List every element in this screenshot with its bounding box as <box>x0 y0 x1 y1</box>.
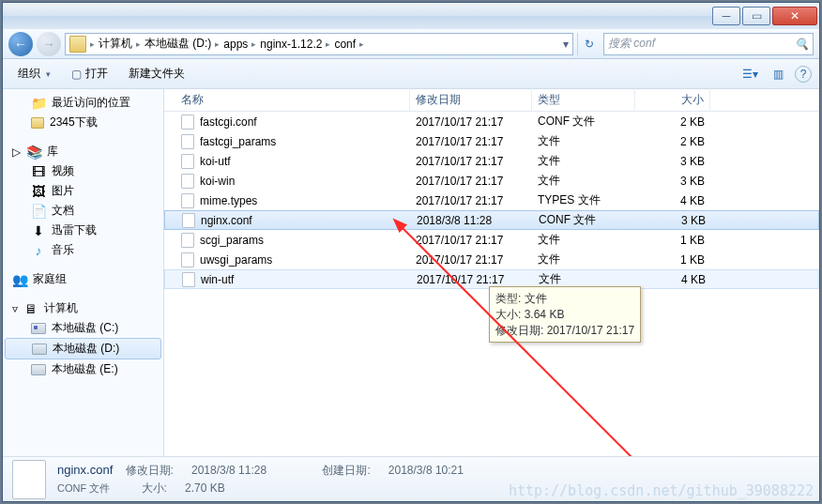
sidebar-item-pictures[interactable]: 🖼图片 <box>5 181 161 201</box>
crumb-nginx[interactable]: nginx-1.12.2▸ <box>260 38 332 51</box>
address-bar[interactable]: ▸ 计算机▸ 本地磁盘 (D:)▸ apps▸ nginx-1.12.2▸ co… <box>65 33 573 55</box>
sidebar-item-computer[interactable]: ▿🖥计算机 <box>5 298 161 318</box>
file-name: mime.types <box>200 194 257 207</box>
sidebar-item-homegroup[interactable]: 👥家庭组 <box>5 269 161 289</box>
table-row[interactable]: koi-utf2017/10/17 21:17文件3 KB <box>164 151 819 171</box>
recent-icon: 📁 <box>31 96 46 111</box>
file-name: koi-utf <box>200 155 231 168</box>
file-size: 3 KB <box>636 214 711 227</box>
sidebar: 📁最近访问的位置 2345下载 ▷📚库 🎞视频 🖼图片 📄文档 ⬇迅雷下载 ♪音… <box>3 89 164 456</box>
file-icon <box>181 233 194 248</box>
file-type: TYPES 文件 <box>532 192 635 208</box>
file-date: 2017/10/17 21:17 <box>410 194 532 207</box>
file-type: CONF 文件 <box>532 114 635 130</box>
organize-button[interactable]: 组织 <box>10 63 58 84</box>
refresh-button[interactable]: ↻ <box>577 33 600 55</box>
file-date: 2017/10/17 21:17 <box>411 273 533 286</box>
chevron-right-icon: ▸ <box>358 39 366 49</box>
status-filetype: CONF 文件 <box>57 482 110 494</box>
titlebar: ─ ▭ ✕ <box>3 3 819 29</box>
file-type: 文件 <box>532 252 635 267</box>
crumb-dropdown[interactable]: ▾ <box>563 38 569 51</box>
file-type: 文件 <box>532 153 635 169</box>
chevron-right-icon: ▸ <box>324 39 332 49</box>
chevron-right-icon: ▸ <box>88 39 97 49</box>
sidebar-item-documents[interactable]: 📄文档 <box>5 201 161 221</box>
body: 📁最近访问的位置 2345下载 ▷📚库 🎞视频 🖼图片 📄文档 ⬇迅雷下载 ♪音… <box>3 89 819 456</box>
file-name: fastcgi_params <box>200 135 276 148</box>
table-row[interactable]: scgi_params2017/10/17 21:17文件1 KB <box>164 230 819 250</box>
table-row[interactable]: fastcgi.conf2017/10/17 21:17CONF 文件2 KB <box>164 112 819 131</box>
file-icon <box>182 272 195 287</box>
explorer-window: ─ ▭ ✕ ← → ▸ 计算机▸ 本地磁盘 (D:)▸ apps▸ nginx-… <box>2 2 820 502</box>
watermark: http://blog.csdn.net/github_39088222 <box>509 482 814 499</box>
computer-icon: 🖥 <box>23 301 38 316</box>
sidebar-item-libraries[interactable]: ▷📚库 <box>5 142 161 161</box>
homegroup-icon: 👥 <box>12 272 27 287</box>
documents-icon: 📄 <box>31 204 46 219</box>
col-size[interactable]: 大小 <box>635 88 710 112</box>
back-button[interactable]: ← <box>8 32 33 56</box>
sidebar-item-drive-d[interactable]: 本地磁盘 (D:) <box>5 338 161 359</box>
file-date: 2017/10/17 21:17 <box>410 115 532 129</box>
file-size: 4 KB <box>635 194 710 207</box>
sidebar-item-music[interactable]: ♪音乐 <box>5 240 161 260</box>
table-row[interactable]: mime.types2017/10/17 21:17TYPES 文件4 KB <box>164 191 819 210</box>
search-placeholder: 搜索 conf <box>608 36 655 52</box>
video-icon: 🎞 <box>31 164 46 179</box>
table-row[interactable]: koi-win2017/10/17 21:17文件3 KB <box>164 171 819 191</box>
file-type: 文件 <box>533 271 636 287</box>
table-row[interactable]: nginx.conf2018/3/8 11:28CONF 文件3 KB <box>164 210 819 230</box>
sidebar-item-drive-c[interactable]: 本地磁盘 (C:) <box>5 318 161 338</box>
drive-icon <box>32 344 47 355</box>
minimize-button[interactable]: ─ <box>712 7 740 25</box>
file-size: 2 KB <box>635 135 710 148</box>
file-icon <box>181 134 194 149</box>
forward-button[interactable]: → <box>37 32 61 56</box>
file-icon <box>181 115 194 130</box>
search-input[interactable]: 搜索 conf 🔍 <box>603 33 814 55</box>
file-name: nginx.conf <box>201 214 252 227</box>
file-icon <box>181 154 194 169</box>
sidebar-item-downloads[interactable]: 2345下载 <box>5 113 161 132</box>
list-body: fastcgi.conf2017/10/17 21:17CONF 文件2 KBf… <box>164 112 819 456</box>
sidebar-item-recent[interactable]: 📁最近访问的位置 <box>5 93 161 113</box>
chevron-right-icon: ▸ <box>134 39 143 49</box>
file-icon <box>182 213 195 228</box>
column-headers: 名称 修改日期 类型 大小 <box>164 89 819 112</box>
col-type[interactable]: 类型 <box>532 88 635 112</box>
preview-pane-button[interactable]: ▥ <box>767 63 789 85</box>
file-icon <box>181 252 194 267</box>
file-type: CONF 文件 <box>533 212 636 228</box>
file-type: 文件 <box>532 232 635 248</box>
toolbar: 组织 ▢打开 新建文件夹 ☰▾ ▥ ? <box>3 59 819 89</box>
maximize-button[interactable]: ▭ <box>742 7 770 25</box>
chevron-right-icon: ▸ <box>213 39 221 49</box>
file-date: 2017/10/17 21:17 <box>410 234 532 247</box>
table-row[interactable]: uwsgi_params2017/10/17 21:17文件1 KB <box>164 250 819 269</box>
col-date[interactable]: 修改日期 <box>410 88 532 112</box>
file-size: 1 KB <box>635 234 710 247</box>
crumb-computer[interactable]: 计算机▸ <box>99 36 143 52</box>
sidebar-item-drive-e[interactable]: 本地磁盘 (E:) <box>5 359 161 379</box>
search-icon: 🔍 <box>795 38 809 51</box>
open-button[interactable]: ▢打开 <box>64 63 115 84</box>
newfolder-button[interactable]: 新建文件夹 <box>121 63 192 84</box>
help-button[interactable]: ? <box>795 66 812 83</box>
crumb-conf[interactable]: conf▸ <box>334 38 366 51</box>
file-date: 2017/10/17 21:17 <box>410 253 532 267</box>
pictures-icon: 🖼 <box>31 184 46 199</box>
sidebar-item-video[interactable]: 🎞视频 <box>5 161 161 181</box>
file-icon <box>12 460 46 499</box>
file-size: 1 KB <box>635 253 710 267</box>
sidebar-item-xunlei[interactable]: ⬇迅雷下载 <box>5 221 161 240</box>
file-date: 2018/3/8 11:28 <box>411 214 533 227</box>
crumb-drive[interactable]: 本地磁盘 (D:)▸ <box>145 36 221 52</box>
table-row[interactable]: fastcgi_params2017/10/17 21:17文件2 KB <box>164 131 819 151</box>
view-options-button[interactable]: ☰▾ <box>738 63 761 85</box>
file-date: 2017/10/17 21:17 <box>410 175 532 188</box>
col-name[interactable]: 名称 <box>175 88 410 112</box>
file-size: 3 KB <box>635 175 710 188</box>
crumb-apps[interactable]: apps▸ <box>223 38 258 51</box>
close-button[interactable]: ✕ <box>772 7 817 25</box>
